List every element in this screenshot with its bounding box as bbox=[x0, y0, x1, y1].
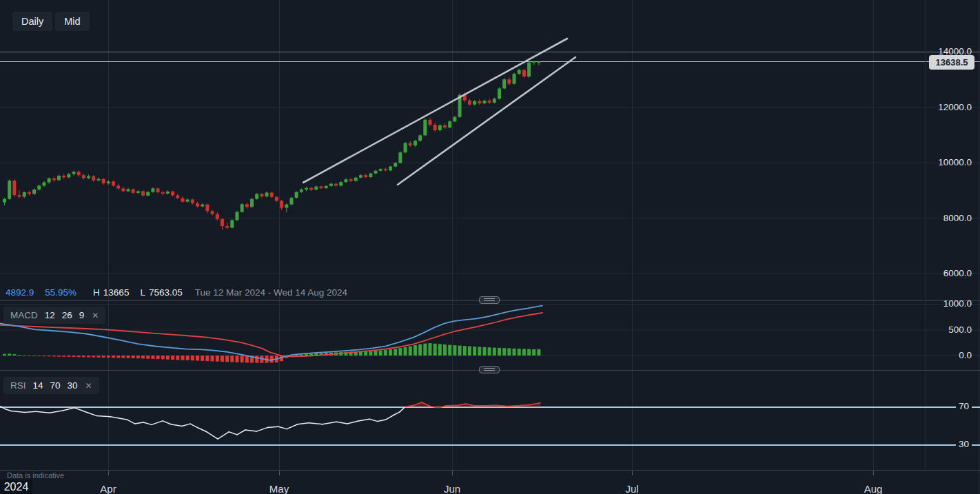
month-label: May bbox=[258, 483, 300, 494]
macd-indicator-label[interactable]: MACD 12 26 9 ✕ bbox=[3, 307, 105, 324]
year-label: 2024 bbox=[0, 480, 32, 494]
month-label: Apr bbox=[88, 483, 129, 494]
rsi-level-label: 70 bbox=[956, 401, 972, 411]
rsi-param-overbought: 70 bbox=[50, 380, 61, 391]
status-bar: 4892.9 55.95% H13665 L7563.05 Tue 12 Mar… bbox=[6, 286, 347, 298]
timeframe-daily-button[interactable]: Daily bbox=[12, 12, 52, 31]
high-label: H bbox=[93, 287, 100, 298]
panel-resize-handle-macd[interactable] bbox=[479, 296, 500, 304]
macd-param-slow: 26 bbox=[62, 310, 72, 320]
macd-tick-label: 0.0 bbox=[959, 350, 972, 360]
month-label: Aug bbox=[853, 483, 894, 494]
change-percent: 55.95% bbox=[45, 287, 76, 298]
rsi-param-oversold: 30 bbox=[68, 380, 78, 391]
rsi-close-icon[interactable]: ✕ bbox=[85, 381, 92, 391]
month-label: Jul bbox=[611, 483, 653, 494]
price-tick-label: 6000.0 bbox=[943, 268, 972, 278]
macd-tick-label: 1000.0 bbox=[943, 298, 972, 309]
rsi-indicator-label[interactable]: RSI 14 70 30 ✕ bbox=[3, 377, 99, 394]
low-value: 7563.05 bbox=[149, 287, 183, 298]
macd-param-signal: 9 bbox=[79, 310, 85, 320]
high-value: 13665 bbox=[103, 287, 130, 298]
trading-chart-window: Daily Mid 4892.9 55.95% H13665 L7563.05 … bbox=[0, 0, 980, 494]
rsi-param-period: 14 bbox=[33, 380, 43, 391]
month-label: Jun bbox=[431, 483, 473, 494]
session-low: L7563.05 bbox=[140, 287, 182, 298]
timeframe-toolbar: Daily Mid bbox=[12, 12, 90, 31]
price-tick-label: 8000.0 bbox=[943, 213, 972, 223]
low-label: L bbox=[140, 287, 145, 298]
rsi-level-label: 30 bbox=[956, 439, 972, 449]
price-tick-label: 14000.0 bbox=[938, 46, 972, 56]
price-tick-label: 12000.0 bbox=[938, 102, 972, 112]
change-value: 4892.9 bbox=[6, 287, 34, 298]
rsi-name: RSI bbox=[10, 380, 26, 391]
session-high: H13665 bbox=[93, 287, 129, 298]
date-range: Tue 12 Mar 2024 - Wed 14 Aug 2024 bbox=[195, 287, 347, 298]
macd-tick-label: 500.0 bbox=[948, 325, 972, 335]
footnote: Data is indicative bbox=[7, 471, 64, 480]
price-tick-label: 10000.0 bbox=[938, 157, 972, 167]
macd-close-icon[interactable]: ✕ bbox=[92, 311, 99, 320]
panel-resize-handle-rsi[interactable] bbox=[479, 366, 500, 373]
current-price-label: 13638.5 bbox=[929, 55, 974, 70]
chart-canvas[interactable] bbox=[0, 0, 980, 494]
timeframe-mid-button[interactable]: Mid bbox=[55, 12, 89, 31]
macd-name: MACD bbox=[10, 310, 38, 320]
macd-param-fast: 12 bbox=[45, 310, 55, 320]
